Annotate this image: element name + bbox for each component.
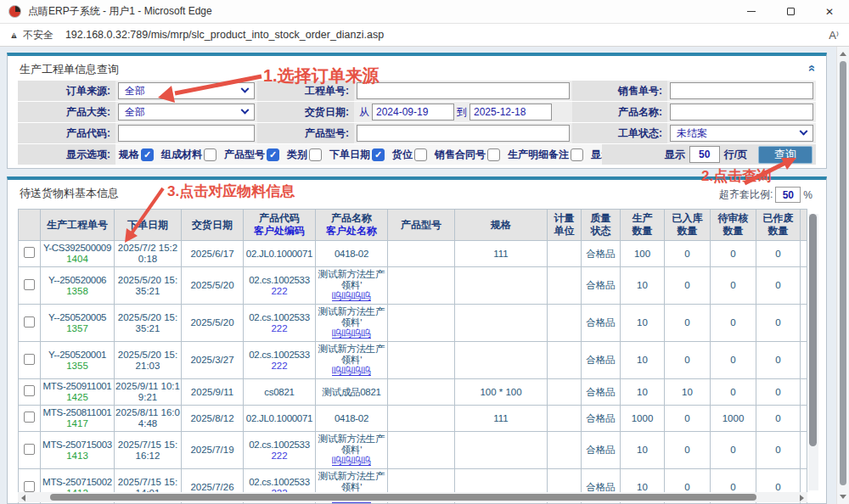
delivery-date-cell: 2025/6/17 (182, 241, 244, 267)
close-button[interactable]: ✕ (810, 0, 849, 24)
option-checkbox[interactable] (372, 148, 385, 161)
query-panel: 生产工程单信息查询 « 订单来源: 全部 工程单号: 销售单号: 产品大类: (7, 53, 827, 169)
order-no-cell: MTS-2509110011425 (41, 379, 115, 406)
spacer-cell (801, 305, 807, 342)
column-header-sublabel[interactable]: 客户处编码 (245, 225, 313, 238)
table-vertical-scrollbar[interactable] (808, 214, 818, 490)
row-checkbox[interactable] (24, 412, 35, 423)
column-header-label: 待审核 数量 (712, 212, 754, 238)
product-category-select[interactable]: 全部 (118, 104, 255, 120)
option-checkbox[interactable] (141, 148, 154, 161)
product-name-cell: 测试成品0821 (316, 379, 388, 406)
spec-cell: 111 (455, 241, 548, 267)
scroll-right-icon[interactable] (800, 495, 804, 501)
order-status-select[interactable]: 未结案 (670, 125, 813, 142)
collapse-panel-icon[interactable]: « (806, 64, 818, 71)
project-no-input[interactable] (357, 82, 570, 99)
option-checkbox[interactable] (414, 148, 427, 161)
row-checkbox[interactable] (24, 444, 35, 455)
option-checkbox[interactable] (487, 148, 500, 161)
row-checkbox[interactable] (24, 354, 35, 365)
stored-qty-cell: 0 (665, 267, 711, 305)
table-row[interactable]: MTS-25091100114252025/9/11 10:19:212025/… (19, 379, 807, 406)
row-checkbox[interactable] (24, 316, 35, 328)
date-to-input[interactable] (469, 104, 552, 120)
row-checkbox[interactable] (24, 385, 35, 396)
table-vscrollbar-thumb[interactable] (809, 214, 817, 446)
order-status-label: 工单状态: (572, 123, 667, 143)
product-model-input[interactable] (357, 125, 570, 142)
spec-cell (455, 432, 548, 469)
display-option: 下单日期 (329, 148, 385, 162)
order-status-value: 未结案 (677, 126, 707, 141)
order-date-cell: 2025/5/20 15:35:21 (115, 267, 182, 305)
delivery-date-cell: 2025/3/27 (182, 342, 244, 379)
product-name-label: 产品名称: (572, 102, 667, 122)
spacer-column-header (801, 210, 807, 241)
chevron-down-icon (800, 126, 808, 135)
qty-cell: 10 (621, 379, 665, 406)
table-row[interactable]: Y-CS39250000914042025/7/2 15:20:182025/6… (19, 241, 807, 267)
column-header: 产品名称客户处名称 (316, 210, 388, 241)
sales-no-input[interactable] (670, 82, 813, 99)
table-row[interactable]: Y--25052000513572025/5/20 15:35:212025/5… (19, 305, 807, 342)
stored-qty-cell: 0 (665, 406, 711, 432)
minimize-button[interactable] (732, 0, 771, 24)
product-code-cell: 02.cs.1002533222 (244, 342, 316, 379)
qty-cell: 10 (621, 305, 665, 342)
table-row[interactable]: Y--25052000113552025/5/20 15:21:032025/3… (19, 342, 807, 379)
option-checkbox[interactable] (267, 148, 279, 161)
page-scrollbar[interactable] (836, 47, 849, 504)
order-no-cell: MTS-2508110011417 (41, 406, 115, 432)
date-from-input[interactable] (372, 104, 454, 120)
maximize-icon (787, 8, 795, 15)
delivery-date-cell: 2025/5/20 (182, 267, 244, 305)
quality-cell: 合格品 (582, 241, 621, 267)
product-code-input[interactable] (118, 125, 255, 142)
maximize-button[interactable] (771, 0, 810, 24)
display-option: 类别 (287, 148, 322, 162)
quality-cell: 合格品 (582, 406, 621, 432)
review-qty-cell: 0 (711, 432, 756, 469)
option-checkbox[interactable] (571, 148, 583, 161)
ratio-input[interactable] (775, 187, 801, 203)
column-header: 下单日期 (115, 210, 182, 241)
void-qty-cell: 0 (756, 241, 801, 267)
product-category-value: 全部 (125, 105, 145, 120)
scroll-left-icon[interactable] (21, 495, 25, 501)
row-checkbox[interactable] (24, 279, 35, 290)
select-column-header (19, 210, 41, 241)
table-row[interactable]: Y--25052000613582025/5/20 15:35:212025/5… (19, 267, 807, 305)
read-aloud-icon[interactable]: A⁾ (829, 29, 839, 42)
page-scrollbar-thumb[interactable] (840, 61, 846, 485)
materials-table: 生产工程单号下单日期交货日期产品代码客户处编码产品名称客户处名称产品型号规格计量… (18, 209, 807, 504)
table-hscrollbar-thumb[interactable] (50, 494, 756, 501)
table-horizontal-scrollbar[interactable] (18, 492, 807, 502)
address-url[interactable]: 192.168.0.32:789/mis/mrp/slc_product_int… (65, 29, 829, 41)
option-checkbox[interactable] (204, 148, 216, 161)
site-favicon-icon (8, 5, 21, 18)
column-header-sublabel[interactable]: 客户处名称 (318, 225, 385, 238)
qty-cell: 10 (621, 432, 665, 469)
browser-window: 点睛ERP子系统 - 用户1 - Microsoft Edge ✕ ▲ 不安全 … (0, 0, 849, 504)
table-row[interactable]: MTS-25071500314132025/7/15 15:16:122025/… (19, 432, 807, 469)
minimize-icon (747, 11, 756, 12)
delivery-date-cell: 2025/5/20 (182, 305, 244, 342)
stored-qty-cell: 0 (665, 342, 711, 379)
page-size-input[interactable] (689, 146, 720, 163)
delivery-date-cell: 2025/7/19 (182, 432, 244, 469)
url-bar[interactable]: ▲ 不安全 192.168.0.32:789/mis/mrp/slc_produ… (0, 24, 849, 47)
row-checkbox[interactable] (24, 247, 35, 258)
option-checkbox[interactable] (309, 148, 322, 161)
option-label: 类别 (287, 148, 307, 162)
order-source-select[interactable]: 全部 (118, 82, 255, 99)
table-row[interactable]: MTS-25081100114172025/8/11 16:04:482025/… (19, 406, 807, 432)
spacer-cell (801, 379, 807, 406)
search-button[interactable]: 查询 (758, 146, 812, 164)
spec-cell (455, 305, 548, 342)
product-name-input[interactable] (670, 104, 813, 120)
scroll-down-icon[interactable] (840, 495, 846, 499)
row-checkbox[interactable] (24, 481, 35, 492)
scroll-up-icon[interactable] (840, 52, 846, 56)
chevron-down-icon (241, 84, 250, 92)
